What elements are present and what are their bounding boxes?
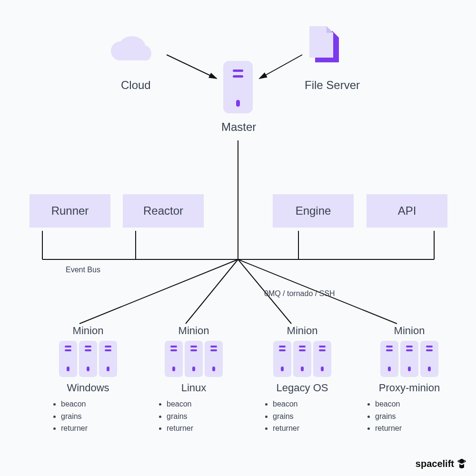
list-item: grains [167,410,234,423]
file-server-icon [305,26,343,69]
brand-text: spacelift [416,458,454,469]
minion-items: beacon grains returner [153,398,234,435]
minion-os: Windows [48,382,129,394]
spacelift-logo: spacelift [416,458,467,469]
engine-box: Engine [273,194,354,228]
master-server-icon [223,61,253,113]
list-item: beacon [61,398,129,410]
list-item: grains [375,410,457,423]
list-item: returner [375,422,457,435]
minion-os: Legacy OS [259,382,345,394]
minion-title: Minion [48,325,129,337]
svg-line-8 [79,259,238,324]
svg-line-0 [167,55,217,79]
minion-servers-icon [48,341,129,377]
minion-title: Minion [153,325,234,337]
list-item: returner [61,422,129,435]
minion-group-1: Minion Linux beacon grains returner [153,325,234,435]
svg-point-12 [459,459,464,464]
minion-items: beacon grains returner [362,398,457,435]
minion-servers-icon [362,341,457,377]
minion-items: beacon grains returner [48,398,129,435]
list-item: beacon [167,398,234,410]
minion-os: Proxy-minion [362,382,457,394]
minion-group-2: Minion Legacy OS beacon grains returner [259,325,345,435]
list-item: grains [273,410,345,423]
master-label: Master [221,120,256,134]
minion-title: Minion [362,325,457,337]
minion-items: beacon grains returner [259,398,345,435]
minion-group-0: Minion Windows beacon grains returner [48,325,129,435]
reactor-box: Reactor [123,194,204,228]
file-server-label: File Server [305,79,360,92]
minion-os: Linux [153,382,234,394]
svg-line-9 [186,259,238,324]
event-bus-label: Event Bus [66,266,100,274]
minion-servers-icon [259,341,345,377]
astronaut-icon [456,458,467,469]
minion-group-3: Minion Proxy-minion beacon grains return… [362,325,457,435]
minion-title: Minion [259,325,345,337]
list-item: beacon [375,398,457,410]
list-item: beacon [273,398,345,410]
cloud-label: Cloud [121,79,151,92]
transport-label: 0MQ / tornado / SSH [264,289,335,298]
svg-line-1 [259,55,302,79]
minion-servers-icon [153,341,234,377]
list-item: returner [273,422,345,435]
cloud-icon [107,34,159,68]
api-box: API [367,194,447,228]
list-item: returner [167,422,234,435]
list-item: grains [61,410,129,423]
runner-box: Runner [30,194,110,228]
